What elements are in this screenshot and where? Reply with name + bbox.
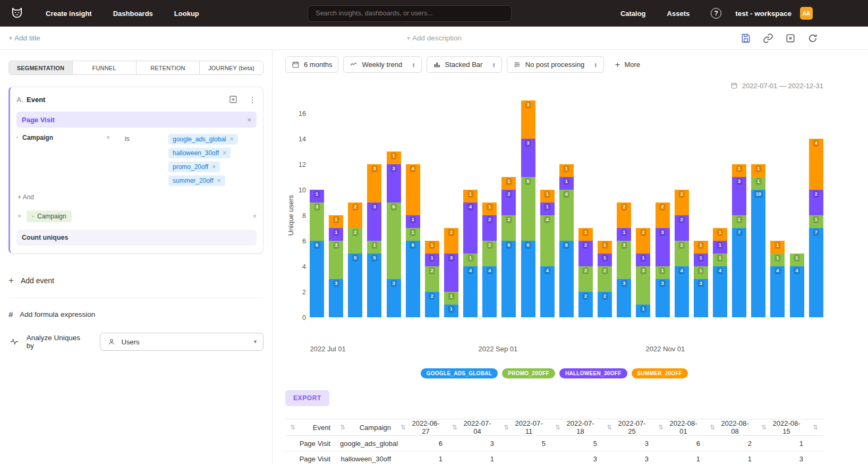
sort-icon[interactable]: ⇅ — [658, 424, 663, 431]
segment-promo-20off[interactable]: 3 — [310, 203, 324, 241]
column-header-event[interactable]: ⇅Event — [285, 419, 335, 436]
segment-google-ads-global[interactable]: 3 — [387, 279, 401, 317]
remove-filter-icon[interactable]: × — [106, 134, 110, 141]
segment-promo-20off[interactable]: 5 — [521, 177, 535, 241]
segment-halloween-30off[interactable]: 1 — [406, 215, 420, 228]
close-square-icon[interactable] — [785, 32, 796, 44]
segment-promo-20off[interactable]: 2 — [675, 241, 689, 266]
segment-google-ads-global[interactable]: 1 — [636, 305, 650, 317]
bar-2022-09-12[interactable]: 6533 — [521, 100, 535, 317]
remove-filter-value-icon[interactable]: × — [230, 136, 234, 143]
segment-halloween-30off[interactable]: 1 — [617, 228, 631, 241]
event-options-kebab-icon[interactable]: ⋮ — [249, 96, 257, 104]
bar-2022-09-26[interactable]: 6411 — [559, 164, 574, 317]
segment-promo-20off[interactable]: 3 — [329, 241, 343, 279]
filter-value-tag[interactable]: google_ads_global× — [168, 134, 238, 145]
bar-2022-12-26[interactable]: 7124 — [809, 139, 823, 317]
segment-google-ads-global[interactable]: 4 — [482, 266, 497, 317]
add-formula-button[interactable]: # Add formula expression — [8, 310, 263, 319]
segment-halloween-30off[interactable]: 3 — [656, 228, 670, 266]
segment-google-ads-global[interactable]: 4 — [463, 266, 478, 317]
legend-item-google-ads-global[interactable]: GOOGLE_ADS_GLOBAL — [421, 368, 498, 378]
sort-icon[interactable]: ⇅ — [452, 424, 457, 431]
bar-2022-11-21[interactable]: 4111 — [713, 228, 727, 317]
segment-promo-20off[interactable]: 1 — [406, 228, 420, 241]
bar-2022-10-10[interactable]: 2211 — [598, 241, 612, 317]
segment-google-ads-global[interactable]: 7 — [732, 228, 746, 317]
segment-promo-20off[interactable]: 2 — [348, 228, 362, 254]
sort-icon[interactable]: ⇅ — [710, 424, 715, 431]
segment-promo-20off[interactable]: 3 — [636, 266, 650, 305]
segment-summer-20off[interactable]: 1 — [482, 203, 497, 215]
segment-promo-20off[interactable]: 1 — [367, 241, 381, 254]
nav-item-assets[interactable]: Assets — [657, 10, 701, 18]
segment-summer-20off[interactable]: 2 — [675, 190, 689, 215]
column-header-2022-06-27[interactable]: ⇅2022-06-27 — [396, 419, 447, 436]
segment-halloween-30off[interactable]: 3 — [367, 203, 381, 241]
remove-event-icon[interactable]: × — [247, 116, 251, 124]
bar-2022-11-14[interactable]: 3111 — [694, 241, 708, 317]
tab-retention[interactable]: RETENTION — [137, 61, 200, 74]
segment-halloween-30off[interactable]: 1 — [425, 254, 439, 266]
table-row[interactable]: Page Visitgoogle_ads_global635536214 — [285, 436, 823, 451]
legend-item-halloween-30off[interactable]: HALLOWEEN_30OFF — [559, 368, 627, 378]
segment-summer-20off[interactable]: 2 — [617, 203, 631, 228]
segment-halloween-30off[interactable]: 3 — [444, 254, 458, 292]
tab-funnel[interactable]: FUNNEL — [73, 61, 137, 74]
segment-promo-20off[interactable]: 1 — [751, 177, 765, 190]
more-button[interactable]: + More — [609, 56, 647, 73]
table-row[interactable]: Page Visithalloween_30off11331134 — [285, 451, 823, 464]
column-header-2022-07-25[interactable]: ⇅2022-07-25 — [602, 419, 653, 436]
segment-google-ads-global[interactable]: 7 — [809, 228, 823, 317]
bar-2022-12-19[interactable]: 41 — [790, 254, 804, 317]
bar-2022-11-28[interactable]: 7131 — [732, 164, 746, 317]
segment-summer-20off[interactable]: 1 — [463, 190, 478, 203]
selected-event-row[interactable]: Page Visit × — [16, 112, 257, 128]
nav-item-lookup[interactable]: Lookup — [164, 10, 210, 18]
segment-summer-20off[interactable]: 2 — [656, 203, 670, 228]
segment-promo-20off[interactable]: 2 — [598, 266, 612, 292]
legend-item-promo-20off[interactable]: PROMO_20OFF — [502, 368, 555, 378]
filter-value-tag[interactable]: summer_20off× — [168, 175, 225, 186]
segment-google-ads-global[interactable]: 6 — [501, 241, 516, 317]
segment-google-ads-global[interactable]: 3 — [694, 279, 708, 317]
tab-segmentation[interactable]: SEGMENTATION — [9, 61, 73, 74]
segment-summer-20off[interactable]: 1 — [425, 241, 439, 254]
avatar[interactable]: AA — [800, 7, 813, 20]
bar-2022-09-05[interactable]: 6221 — [501, 177, 516, 317]
nav-item-create-insight[interactable]: Create insight — [35, 10, 103, 18]
segment-google-ads-global[interactable]: 6 — [406, 241, 420, 317]
segment-google-ads-global[interactable]: 5 — [367, 254, 381, 317]
segment-google-ads-global[interactable]: 4 — [540, 266, 555, 317]
segment-promo-20off[interactable]: 2 — [425, 266, 439, 292]
bar-2022-10-24[interactable]: 1312 — [636, 228, 650, 317]
segment-summer-20off[interactable]: 1 — [713, 228, 727, 241]
segment-halloween-30off[interactable]: 1 — [713, 241, 727, 254]
column-header-2022-08-22[interactable]: ⇅2022-08-22 — [808, 419, 823, 436]
trend-select[interactable]: Weekly trend ▲▼ — [343, 56, 421, 73]
segment-halloween-30off[interactable]: 1 — [310, 190, 324, 203]
segment-summer-20off[interactable]: 1 — [540, 190, 555, 203]
segment-google-ads-global[interactable]: 10 — [751, 190, 765, 317]
remove-filter-value-icon[interactable]: × — [212, 163, 216, 171]
segment-google-ads-global[interactable]: 1 — [444, 305, 458, 317]
segment-google-ads-global[interactable]: 6 — [521, 241, 535, 317]
segment-halloween-30off[interactable]: 2 — [578, 241, 593, 266]
segment-google-ads-global[interactable]: 3 — [329, 279, 343, 317]
segment-promo-20off[interactable]: 2 — [578, 266, 593, 292]
column-header-2022-08-01[interactable]: ⇅2022-08-01 — [653, 419, 705, 436]
segment-halloween-30off[interactable]: 1 — [329, 228, 343, 241]
segment-google-ads-global[interactable]: 4 — [675, 266, 689, 317]
segment-google-ads-global[interactable]: 2 — [425, 292, 439, 317]
segment-promo-20off[interactable]: 1 — [463, 254, 478, 266]
workspace-selector[interactable]: test - workspace — [735, 10, 792, 18]
segment-promo-20off[interactable]: 1 — [809, 215, 823, 228]
segment-summer-20off[interactable]: 4 — [809, 139, 823, 190]
sort-icon[interactable]: ⇅ — [504, 424, 509, 431]
bar-2022-09-19[interactable]: 4411 — [540, 190, 555, 317]
chart-type-select[interactable]: Stacked Bar ▲▼ — [427, 56, 502, 73]
segment-promo-20off[interactable]: 1 — [790, 254, 804, 266]
search-input[interactable] — [308, 5, 512, 22]
segment-google-ads-global[interactable]: 4 — [713, 266, 727, 317]
segment-summer-20off[interactable]: 2 — [636, 228, 650, 254]
